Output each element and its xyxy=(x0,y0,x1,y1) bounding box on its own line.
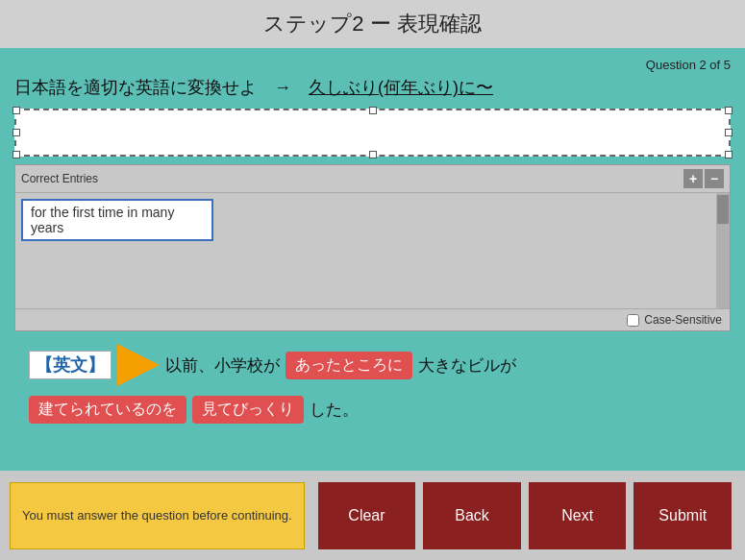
play-button[interactable] xyxy=(117,344,160,386)
next-button[interactable]: Next xyxy=(529,482,627,549)
page-title: ステップ2 ー 表現確認 xyxy=(263,10,481,38)
resize-handle-tm xyxy=(369,107,377,114)
resize-handle-tl xyxy=(12,107,20,114)
resize-handle-br xyxy=(725,151,733,158)
question-prompt: 久しぶり(何年ぶり)に〜 xyxy=(309,78,493,97)
resize-handle-ml xyxy=(12,129,20,136)
sentence-part-1: 以前、小学校が xyxy=(165,354,280,377)
bottom-bar: You must answer the question before cont… xyxy=(0,471,745,560)
warning-text: You must answer the question before cont… xyxy=(22,508,292,523)
english-sentence-section: 【英文】 以前、小学校が あったところに 大きなビルが 建てられているのを 見て… xyxy=(14,339,731,428)
page-header: ステップ2 ー 表現確認 xyxy=(0,0,745,48)
resize-handle-bm xyxy=(369,151,377,158)
main-content: Question 2 of 5 日本語を適切な英語に変換せよ → 久しぶり(何年… xyxy=(0,48,745,471)
question-instruction: 日本語を適切な英語に変換せよ → xyxy=(14,78,309,97)
question-text: 日本語を適切な英語に変換せよ → 久しぶり(何年ぶり)に〜 xyxy=(14,76,731,99)
answer-input[interactable] xyxy=(16,110,729,155)
entry-item[interactable]: for the first time in many years xyxy=(21,199,213,241)
resize-handle-tr xyxy=(725,107,733,114)
entries-scrollbar[interactable] xyxy=(716,193,730,308)
entries-list: for the first time in many years xyxy=(15,193,730,308)
clear-button[interactable]: Clear xyxy=(318,482,416,549)
correct-entries-panel: Correct Entries + − for the first time i… xyxy=(14,164,731,331)
resize-handle-mr xyxy=(725,129,733,136)
case-sensitive-row: Case-Sensitive xyxy=(15,308,730,330)
correct-entries-title: Correct Entries xyxy=(21,172,98,185)
plus-minus-buttons: + − xyxy=(683,169,724,188)
answer-input-container xyxy=(14,109,731,157)
back-button[interactable]: Back xyxy=(423,482,521,549)
warning-box: You must answer the question before cont… xyxy=(10,482,305,549)
sentence-highlight-1: あったところに xyxy=(286,352,412,379)
answer-input-wrapper xyxy=(14,109,731,157)
scroll-thumb xyxy=(717,195,729,224)
correct-entries-header: Correct Entries + − xyxy=(15,165,730,193)
entries-body: for the first time in many years xyxy=(15,193,730,308)
remove-entry-button[interactable]: − xyxy=(705,169,724,188)
eibun-label: 【英文】 xyxy=(29,351,112,379)
resize-handle-bl xyxy=(12,151,20,158)
sentence-part-2: 大きなビルが xyxy=(418,354,516,377)
case-sensitive-checkbox[interactable] xyxy=(627,314,639,327)
sentence-row: 【英文】 以前、小学校が あったところに 大きなビルが xyxy=(14,339,731,391)
sentence-highlight-3: 見てびっくり xyxy=(192,396,304,424)
question-counter: Question 2 of 5 xyxy=(14,58,731,72)
sentence-highlight-2: 建てられているのを xyxy=(29,396,186,424)
case-sensitive-label: Case-Sensitive xyxy=(644,313,722,327)
sentence-row-2: 建てられているのを 見てびっくり した。 xyxy=(14,391,731,428)
submit-button[interactable]: Submit xyxy=(633,482,732,549)
sentence-part-3: した。 xyxy=(310,399,359,421)
add-entry-button[interactable]: + xyxy=(683,169,703,188)
